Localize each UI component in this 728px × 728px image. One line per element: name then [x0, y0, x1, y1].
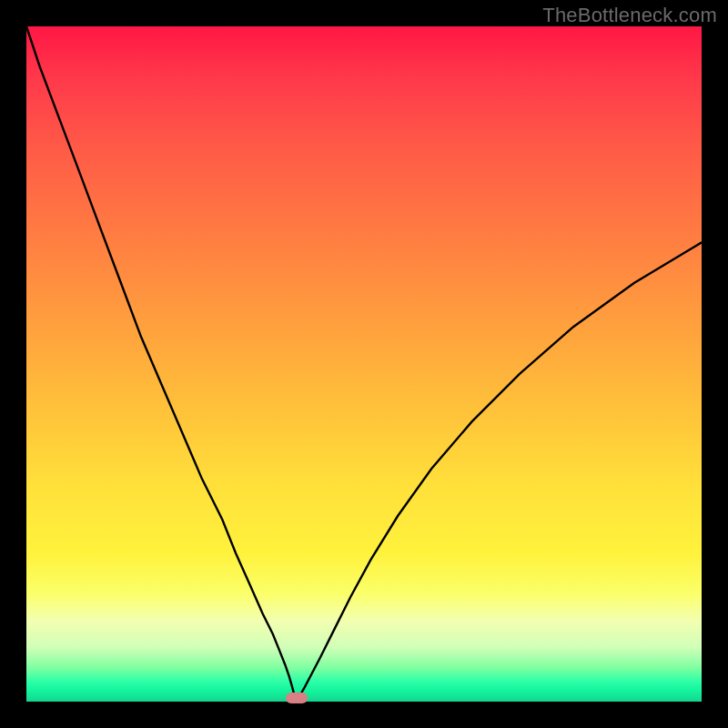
plot-area [26, 26, 702, 702]
bottleneck-curve [26, 26, 702, 698]
optimum-marker [286, 693, 308, 703]
watermark-text: TheBottleneck.com [542, 4, 717, 27]
chart-frame: TheBottleneck.com [0, 0, 728, 728]
curve-layer [26, 26, 702, 702]
